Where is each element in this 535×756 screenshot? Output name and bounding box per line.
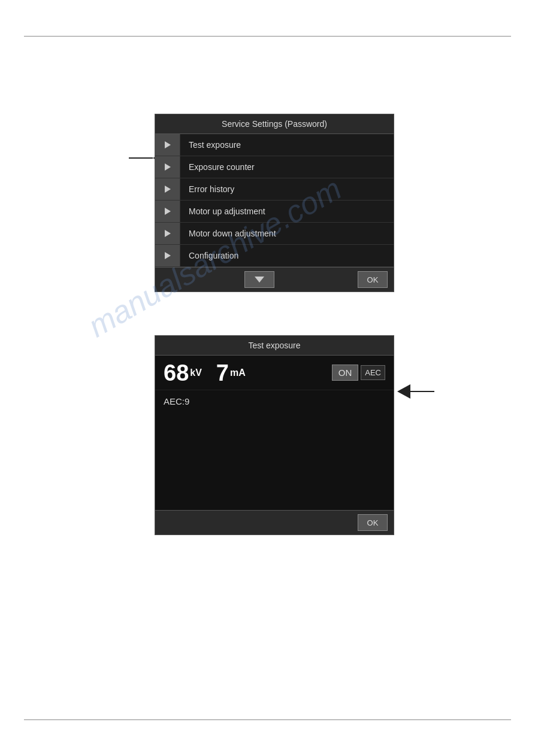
aec-label: AEC — [361, 365, 385, 380]
menu-item-label-error-history: Error history — [180, 184, 234, 194]
scroll-down-button[interactable] — [244, 271, 274, 288]
menu-item-test-exposure[interactable]: Test exposure — [155, 134, 394, 156]
menu-item-motor-down[interactable]: Motor down adjustment — [155, 223, 394, 245]
menu-item-motor-up[interactable]: Motor up adjustment — [155, 201, 394, 223]
menu-item-label-exposure-counter: Exposure counter — [180, 162, 255, 172]
kv-unit: kV — [190, 368, 202, 378]
menu-item-icon — [155, 223, 180, 244]
menu-item-label-motor-up: Motor up adjustment — [180, 207, 265, 216]
chevron-right-icon — [165, 186, 171, 193]
top-rule — [24, 36, 511, 37]
bottom-rule — [24, 719, 511, 720]
panel2-title: Test exposure — [155, 336, 394, 356]
panel2-body: AEC:9 — [155, 390, 394, 510]
test-exposure-panel: Test exposure 68kV 7mA ON AEC AEC:9 OK — [155, 335, 394, 535]
menu-item-label-configuration: Configuration — [180, 251, 238, 260]
chevron-right-icon — [165, 252, 171, 259]
aec-value: AEC:9 — [164, 396, 189, 406]
menu-item-label-test-exposure: Test exposure — [180, 140, 241, 150]
ma-value: 7 — [216, 362, 229, 384]
ma-unit: mA — [230, 368, 246, 378]
chevron-right-icon — [165, 163, 171, 171]
panel2-arrow — [397, 384, 434, 399]
menu-item-label-motor-down: Motor down adjustment — [180, 229, 276, 238]
panel2-footer: OK — [155, 510, 394, 535]
on-label: ON — [332, 365, 359, 381]
panel2-top-row: 68kV 7mA ON AEC — [155, 356, 394, 390]
menu-item-icon — [155, 201, 180, 222]
menu-item-configuration[interactable]: Configuration — [155, 245, 394, 267]
panel1-footer: OK — [155, 267, 394, 292]
footer-left — [161, 271, 358, 288]
menu-item-icon — [155, 134, 180, 156]
panel2-ok-button[interactable]: OK — [358, 514, 388, 531]
chevron-right-icon — [165, 230, 171, 237]
menu-item-icon — [155, 156, 180, 178]
menu-item-icon — [155, 178, 180, 200]
kv-value: 68 — [164, 362, 189, 384]
down-arrow-icon — [255, 277, 264, 283]
on-aec-group: ON AEC — [332, 365, 385, 381]
menu-item-exposure-counter[interactable]: Exposure counter — [155, 156, 394, 178]
panel1-ok-button[interactable]: OK — [358, 271, 388, 288]
panel1-title: Service Settings (Password) — [155, 114, 394, 134]
menu-item-icon — [155, 245, 180, 266]
service-settings-panel: Service Settings (Password) Test exposur… — [155, 114, 394, 292]
chevron-right-icon — [165, 141, 171, 148]
chevron-right-icon — [165, 208, 171, 215]
menu-item-error-history[interactable]: Error history — [155, 178, 394, 201]
